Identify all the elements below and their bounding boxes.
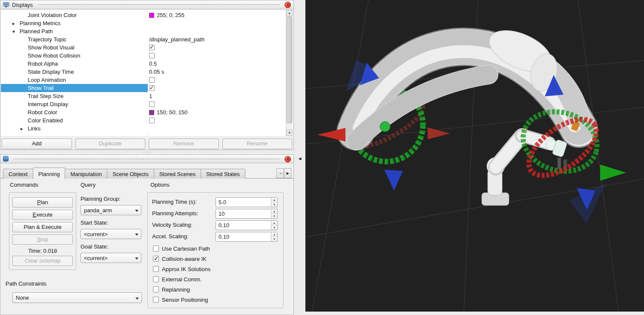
spin-down-icon[interactable]: ▼: [271, 202, 277, 207]
render-scene[interactable]: [305, 0, 644, 312]
external-comm-checkbox[interactable]: External Comm.: [153, 275, 201, 283]
checkbox[interactable]: [149, 77, 155, 83]
tab-context[interactable]: Context: [3, 169, 33, 179]
accel-scaling-value[interactable]: 0.10: [218, 234, 229, 240]
property-value[interactable]: 0.05 s: [149, 69, 164, 75]
property-row[interactable]: Planned Path: [1, 27, 293, 35]
property-row[interactable]: Loop Animation: [1, 76, 293, 84]
replanning-checkbox[interactable]: Replanning: [153, 285, 190, 294]
property-row[interactable]: Robot Color 150; 50; 150: [1, 108, 293, 116]
expand-arrow-icon[interactable]: [20, 126, 28, 132]
scroll-down-icon[interactable]: ▼: [286, 130, 293, 136]
tab-manipulation[interactable]: Manipulation: [65, 169, 107, 179]
goal-state-select[interactable]: <current>: [80, 253, 141, 263]
checkbox[interactable]: [153, 256, 159, 262]
panel-collapse-icon[interactable]: ◀: [297, 155, 303, 162]
color-swatch[interactable]: [149, 13, 154, 18]
checkbox[interactable]: [153, 276, 159, 282]
checkbox[interactable]: [153, 266, 159, 272]
scroll-up-icon[interactable]: ▲: [286, 10, 293, 16]
motion-titlebar[interactable]: [0, 155, 293, 163]
path-constraints-label: Path Constraints: [6, 280, 46, 287]
spin-up-icon[interactable]: ▲: [271, 221, 277, 225]
property-row[interactable]: Robot Alpha 0.5: [1, 60, 293, 68]
tab-scene-objects[interactable]: Scene Objects: [107, 169, 154, 179]
property-label: Planning Metrics: [20, 20, 60, 26]
tab-stored-states[interactable]: Stored States: [201, 169, 245, 179]
tab-planning[interactable]: Planning: [33, 168, 66, 179]
3d-viewport[interactable]: [305, 0, 644, 312]
checkbox[interactable]: [153, 286, 159, 292]
color-swatch[interactable]: [149, 110, 154, 115]
scrollbar[interactable]: ▲ ▼: [286, 10, 293, 136]
displays-titlebar[interactable]: Displays: [0, 0, 293, 9]
property-value[interactable]: 255; 0; 255: [157, 12, 184, 18]
planning-group-select[interactable]: panda_arm: [80, 205, 141, 215]
start-state-value: <current>: [84, 231, 108, 237]
property-row-selected[interactable]: Show Trail: [1, 84, 293, 92]
property-row[interactable]: Planning Metrics: [1, 19, 293, 27]
property-row[interactable]: Interrupt Display: [1, 100, 293, 108]
checkbox[interactable]: [149, 85, 155, 91]
tabbar: Context Planning Manipulation Scene Obje…: [3, 167, 245, 179]
spin-down-icon[interactable]: ▼: [271, 225, 277, 230]
spin-down-icon[interactable]: ▼: [271, 237, 277, 241]
spin-up-icon[interactable]: ▲: [271, 198, 277, 202]
planning-attempts-spinbox[interactable]: 10 ▲▼: [216, 209, 278, 219]
sensor-positioning-checkbox[interactable]: Sensor Positioning: [153, 295, 208, 304]
use-cartesian-path-checkbox[interactable]: Use Cartesian Path: [153, 244, 210, 253]
spin-down-icon[interactable]: ▼: [271, 214, 277, 218]
collision-aware-ik-checkbox[interactable]: Collision-aware IK: [153, 254, 207, 263]
spin-up-icon[interactable]: ▲: [271, 209, 277, 214]
velocity-scaling-value[interactable]: 0.10: [218, 222, 229, 228]
planning-time-value[interactable]: 5.0: [218, 199, 226, 205]
checkbox[interactable]: [153, 246, 159, 251]
plan-and-execute-button[interactable]: Plan & Execute: [12, 222, 73, 232]
path-constraints-value: None: [16, 295, 29, 301]
checkbox[interactable]: [149, 45, 155, 50]
property-row[interactable]: Color Enabled: [1, 116, 293, 124]
tab-stored-scenes[interactable]: Stored Scenes: [154, 169, 201, 179]
accel-scaling-spinbox[interactable]: 0.10 ▲▼: [216, 232, 278, 242]
checkbox-label: Sensor Positioning: [162, 297, 208, 303]
property-label: Loop Animation: [28, 77, 66, 83]
property-row[interactable]: Trajectory Topic /display_planned_path: [1, 35, 293, 43]
property-value[interactable]: 1: [149, 93, 152, 99]
motion-planning-icon: [3, 156, 9, 162]
property-row[interactable]: Links: [1, 124, 293, 133]
property-value[interactable]: 150; 50; 150: [157, 109, 187, 116]
expand-arrow-icon[interactable]: [12, 20, 20, 26]
property-row[interactable]: Show Robot Visual: [1, 43, 293, 52]
tab-scroll-right-icon[interactable]: ▶: [284, 168, 291, 178]
property-value[interactable]: 0.5: [149, 61, 157, 67]
close-icon[interactable]: [285, 2, 291, 8]
close-icon[interactable]: [285, 156, 291, 162]
scrollbar-thumb[interactable]: [287, 17, 292, 123]
tab-scroll-left-icon: ◀: [276, 168, 284, 178]
planning-attempts-value[interactable]: 10: [218, 211, 224, 217]
horizontal-splitter[interactable]: [0, 150, 294, 154]
property-row[interactable]: Show Robot Collision: [1, 52, 293, 60]
collapse-arrow-icon[interactable]: [12, 29, 20, 35]
property-value[interactable]: /display_planned_path: [149, 36, 204, 43]
execute-button[interactable]: Execute: [12, 210, 73, 220]
velocity-scaling-spinbox[interactable]: 0.10 ▲▼: [216, 220, 278, 230]
property-row[interactable]: State Display Time 0.05 s: [1, 68, 293, 76]
spin-up-icon[interactable]: ▲: [271, 232, 277, 237]
checkbox[interactable]: [149, 118, 155, 123]
property-row[interactable]: Trail Step Size 1: [1, 92, 293, 100]
path-constraints-select[interactable]: None: [12, 292, 142, 303]
checkbox[interactable]: [153, 297, 159, 303]
checkbox[interactable]: [149, 101, 155, 107]
property-row[interactable]: Joint Violation Color 255; 0; 255: [1, 11, 293, 19]
approx-ik-solutions-checkbox[interactable]: Approx IK Solutions: [153, 265, 210, 273]
add-button[interactable]: Add: [2, 139, 72, 149]
displays-panel: Displays Joint Violation Color 255; 0; 2…: [0, 0, 294, 150]
property-tree: Joint Violation Color 255; 0; 255 Planni…: [1, 10, 293, 136]
planning-time-spinbox[interactable]: 5.0 ▲▼: [216, 197, 278, 207]
marker-sphere[interactable]: [380, 121, 390, 132]
property-label: Show Robot Collision: [28, 52, 80, 59]
checkbox[interactable]: [149, 53, 155, 58]
plan-button[interactable]: Plan: [12, 197, 73, 208]
start-state-select[interactable]: <current>: [80, 229, 141, 239]
